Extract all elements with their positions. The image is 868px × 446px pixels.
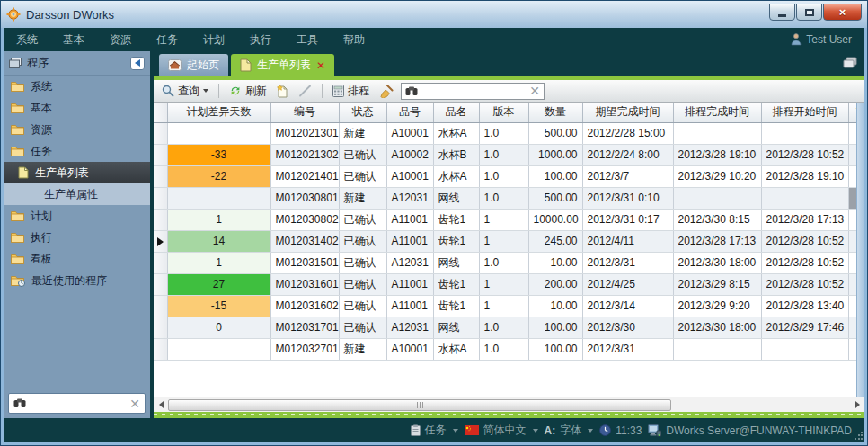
cell-item[interactable]: A10002 (386, 144, 433, 165)
cell-name[interactable]: 齿轮1 (433, 209, 479, 230)
cell-start[interactable]: 2012/3/28 17:13 (761, 209, 848, 230)
cell-end[interactable]: 2012/3/28 17:13 (673, 230, 761, 252)
cell-item[interactable]: A12031 (386, 317, 433, 338)
cell-end[interactable] (673, 122, 761, 144)
clear-search-icon[interactable]: ✕ (129, 397, 140, 410)
cell-status[interactable]: 新建 (339, 122, 386, 144)
cell-code[interactable]: M012032701 (270, 338, 339, 360)
table-row[interactable]: -15M012031602已确认A11001齿轮1110.002012/3/14… (154, 295, 864, 317)
menu-item-resource[interactable]: 资源 (110, 32, 131, 48)
menu-item-system[interactable]: 系统 (16, 32, 38, 48)
cell-end[interactable]: 2012/3/30 18:00 (673, 252, 761, 273)
row-selector[interactable] (154, 144, 167, 165)
cell-item[interactable]: A12031 (386, 187, 433, 209)
cell-status[interactable]: 已确认 (339, 295, 386, 317)
cell-status[interactable]: 已确认 (339, 317, 386, 338)
cell-code[interactable]: M012021302 (270, 144, 339, 165)
cell-start[interactable]: 2012/3/28 10:52 (761, 230, 848, 252)
cell-due[interactable]: 2012/3/31 0:10 (582, 187, 673, 209)
cell-qty[interactable]: 100.00 (528, 338, 582, 360)
cell-name[interactable]: 网线 (433, 317, 479, 338)
status-task-menu[interactable]: 任务 (411, 423, 458, 438)
cell-ver[interactable]: 1.0 (479, 144, 528, 165)
cell-name[interactable]: 水杯A (433, 165, 479, 187)
cell-status[interactable]: 新建 (339, 338, 386, 360)
sidebar-item-system[interactable]: 系统 (4, 76, 150, 97)
cell-status[interactable]: 新建 (339, 187, 386, 209)
menu-item-task[interactable]: 任务 (156, 32, 178, 48)
cell-name[interactable]: 齿轮1 (433, 273, 479, 295)
table-filter-input[interactable] (421, 84, 526, 98)
menu-item-plan[interactable]: 计划 (203, 32, 225, 48)
cell-end[interactable]: 2012/3/29 8:15 (673, 273, 761, 295)
cell-ver[interactable]: 1.0 (479, 338, 528, 360)
cell-start[interactable]: 2012/3/28 10:52 (761, 273, 848, 295)
row-selector[interactable] (154, 209, 167, 230)
corner-header[interactable] (154, 103, 167, 122)
row-selector[interactable] (154, 338, 167, 360)
cell-diff[interactable] (167, 338, 270, 360)
cell-start[interactable] (761, 187, 848, 209)
cell-ver[interactable]: 1.0 (479, 252, 528, 273)
query-button[interactable]: 查询 (159, 83, 211, 100)
maximize-button[interactable] (796, 4, 822, 21)
cell-qty[interactable]: 1000.00 (528, 144, 582, 165)
scroll-right-icon[interactable] (850, 398, 864, 412)
tab-start-page[interactable]: 起始页 (159, 54, 228, 76)
menu-item-help[interactable]: 帮助 (343, 32, 365, 48)
cell-due[interactable]: 2012/3/31 0:17 (582, 209, 673, 230)
column-header-5[interactable]: 版本 (479, 103, 528, 122)
cell-start[interactable]: 2012/3/28 13:40 (761, 295, 848, 317)
column-header-9[interactable]: 排程开始时间 (761, 103, 848, 122)
sidebar-item-execute[interactable]: 执行 (4, 227, 150, 248)
cell-due[interactable]: 2012/3/30 (582, 317, 673, 338)
cell-name[interactable]: 水杯A (433, 338, 479, 360)
cell-diff[interactable]: 14 (167, 230, 270, 252)
column-header-6[interactable]: 数量 (528, 103, 582, 122)
cell-item[interactable]: A11001 (386, 273, 433, 295)
cell-start[interactable]: 2012/3/28 19:10 (761, 165, 848, 187)
tab-production-order-list[interactable]: 生产单列表 ✕ (231, 54, 334, 76)
cell-code[interactable]: M012021401 (270, 165, 339, 187)
column-header-4[interactable]: 品名 (433, 103, 479, 122)
refresh-button[interactable]: 刷新 (226, 83, 270, 100)
column-header-0[interactable]: 计划差异天数 (167, 103, 270, 122)
cell-item[interactable]: A10001 (386, 165, 433, 187)
cell-ver[interactable]: 1 (479, 273, 528, 295)
cell-item[interactable]: A11001 (386, 209, 433, 230)
cell-ver[interactable]: 1 (479, 295, 528, 317)
resize-grip[interactable] (854, 432, 863, 441)
sidebar-search-input[interactable] (30, 397, 126, 411)
row-selector[interactable] (154, 317, 167, 338)
cell-status[interactable]: 已确认 (339, 144, 386, 165)
cell-ver[interactable]: 1.0 (479, 122, 528, 144)
cell-qty[interactable]: 100.00 (528, 317, 582, 338)
clear-filter-icon[interactable]: ✕ (529, 85, 540, 97)
new-button[interactable] (274, 84, 291, 99)
row-selector[interactable] (154, 122, 167, 144)
table-row[interactable]: -22M012021401已确认A10001水杯A1.0100.002012/3… (154, 165, 864, 187)
cell-ver[interactable]: 1 (479, 230, 528, 252)
cell-ver[interactable]: 1.0 (479, 187, 528, 209)
cell-due[interactable]: 2012/4/11 (582, 230, 673, 252)
cell-due[interactable]: 2012/3/31 (582, 252, 673, 273)
cell-name[interactable]: 齿轮1 (433, 230, 479, 252)
column-header-7[interactable]: 期望完成时间 (582, 103, 673, 122)
scroll-thumb[interactable] (168, 399, 671, 411)
row-selector[interactable] (154, 252, 167, 273)
status-font-menu[interactable]: A: 字体 (545, 423, 594, 438)
title-bar[interactable]: Darsson DWorks × (1, 1, 867, 28)
cell-item[interactable]: A11001 (386, 295, 433, 317)
cell-start[interactable] (761, 122, 848, 144)
sidebar-item-resource[interactable]: 资源 (4, 119, 150, 140)
sidebar-item-basic[interactable]: 基本 (4, 97, 150, 119)
cell-end[interactable] (673, 338, 761, 360)
row-selector[interactable] (154, 295, 167, 317)
cell-diff[interactable]: 0 (167, 317, 270, 338)
cell-ver[interactable]: 1.0 (479, 317, 528, 338)
sidebar-item-task[interactable]: 任务 (4, 140, 150, 162)
cell-qty[interactable]: 245.00 (528, 230, 582, 252)
sidebar-item-kanban[interactable]: 看板 (4, 248, 150, 270)
cell-name[interactable]: 网线 (433, 187, 479, 209)
cell-status[interactable]: 已确认 (339, 273, 386, 295)
